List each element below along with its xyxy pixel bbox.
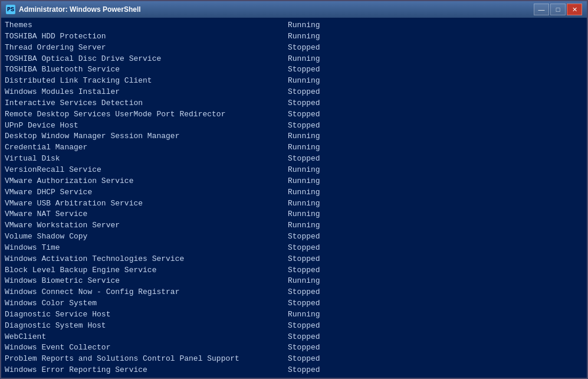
- window-title: Administrator: Windows PowerShell: [19, 5, 141, 14]
- service-status: Stopped: [288, 98, 320, 109]
- service-name: Diagnostic Service Host: [5, 309, 288, 321]
- service-row: Virtual DiskStopped: [5, 153, 583, 165]
- powershell-window: PS Administrator: Windows PowerShell — □…: [0, 0, 588, 379]
- service-name: VMware Workstation Server: [5, 220, 288, 231]
- service-status: Running: [288, 20, 320, 31]
- service-name: Remote Desktop Services UserMode Port Re…: [5, 109, 288, 120]
- service-name: Interactive Services Detection: [5, 98, 288, 109]
- service-row: VersionRecall ServiceRunning: [5, 165, 583, 176]
- service-row: UPnP Device HostStopped: [5, 120, 583, 132]
- service-status: Running: [288, 220, 320, 231]
- service-row: Thread Ordering ServerStopped: [5, 43, 583, 54]
- service-status: Running: [288, 276, 320, 287]
- service-status: Running: [288, 54, 320, 65]
- title-bar-left: PS Administrator: Windows PowerShell: [6, 5, 141, 14]
- service-status: Stopped: [288, 287, 320, 298]
- service-status: Stopped: [288, 321, 320, 332]
- service-name: Volume Shadow Copy: [5, 231, 288, 243]
- service-name: Windows Modules Installer: [5, 87, 288, 98]
- minimize-button[interactable]: —: [534, 4, 549, 15]
- service-row: Windows Biometric ServiceRunning: [5, 276, 583, 287]
- service-name: UPnP Device Host: [5, 120, 288, 132]
- maximize-button[interactable]: □: [550, 4, 566, 15]
- service-row: Diagnostic System HostStopped: [5, 321, 583, 332]
- service-row: VMware NAT ServiceRunning: [5, 209, 583, 220]
- service-row: ThemesRunning: [5, 20, 583, 31]
- service-status: Running: [288, 165, 320, 176]
- service-status: Stopped: [288, 120, 320, 132]
- service-row: WebClientStopped: [5, 332, 583, 343]
- service-status: Stopped: [288, 365, 320, 376]
- app-icon: PS: [6, 5, 15, 14]
- service-row: Windows Activation Technologies ServiceS…: [5, 254, 583, 265]
- service-name: VMware DHCP Service: [5, 187, 288, 198]
- service-row: Windows TimeStopped: [5, 243, 583, 254]
- service-name: Windows Event Collector: [5, 342, 288, 354]
- service-status: Stopped: [288, 64, 320, 76]
- service-name: VMware USB Arbitration Service: [5, 198, 288, 210]
- service-status: Running: [288, 309, 320, 321]
- service-status: Running: [288, 376, 320, 378]
- service-name: Thread Ordering Server: [5, 43, 288, 54]
- service-status: Running: [288, 31, 320, 43]
- service-name: Credential Manager: [5, 142, 288, 153]
- service-row: Diagnostic Service HostRunning: [5, 309, 583, 321]
- service-name: Windows Defender: [5, 376, 288, 378]
- service-status: Running: [288, 187, 320, 198]
- service-status: Running: [288, 209, 320, 220]
- service-row: Remote Desktop Services UserMode Port Re…: [5, 109, 583, 120]
- service-name: VMware Authorization Service: [5, 176, 288, 187]
- service-row: Windows Error Reporting ServiceStopped: [5, 365, 583, 376]
- service-name: Virtual Disk: [5, 153, 288, 165]
- service-name: Problem Reports and Solutions Control Pa…: [5, 354, 288, 365]
- service-status: Stopped: [288, 109, 320, 120]
- service-row: Windows Color SystemStopped: [5, 298, 583, 309]
- service-name: Diagnostic System Host: [5, 321, 288, 332]
- service-name: Windows Biometric Service: [5, 276, 288, 287]
- service-row: TOSHIBA HDD ProtectionRunning: [5, 31, 583, 43]
- service-name: Desktop Window Manager Session Manager: [5, 131, 288, 142]
- service-name: TOSHIBA Optical Disc Drive Service: [5, 54, 288, 65]
- service-row: Distributed Link Tracking ClientRunning: [5, 76, 583, 87]
- title-bar: PS Administrator: Windows PowerShell — □…: [1, 1, 587, 18]
- service-status: Stopped: [288, 342, 320, 354]
- service-name: Windows Error Reporting Service: [5, 365, 288, 376]
- service-row: Volume Shadow CopyStopped: [5, 231, 583, 243]
- service-status: Stopped: [288, 43, 320, 54]
- close-button[interactable]: ✕: [567, 4, 582, 15]
- service-row: Desktop Window Manager Session ManagerRu…: [5, 131, 583, 142]
- service-status: Running: [288, 142, 320, 153]
- service-row: Credential ManagerRunning: [5, 142, 583, 153]
- service-status: Running: [288, 198, 320, 210]
- service-row: Windows DefenderRunning: [5, 376, 583, 378]
- service-status: Stopped: [288, 298, 320, 309]
- service-row: VMware Workstation ServerRunning: [5, 220, 583, 231]
- service-row: VMware DHCP ServiceRunning: [5, 187, 583, 198]
- service-status: Running: [288, 76, 320, 87]
- service-name: Windows Activation Technologies Service: [5, 254, 288, 265]
- service-name: Windows Connect Now - Config Registrar: [5, 287, 288, 298]
- service-name: VMware NAT Service: [5, 209, 288, 220]
- service-row: Windows Modules InstallerStopped: [5, 87, 583, 98]
- service-status: Stopped: [288, 254, 320, 265]
- service-status: Stopped: [288, 231, 320, 243]
- service-status: Running: [288, 131, 320, 142]
- service-name: TOSHIBA Bluetooth Service: [5, 64, 288, 76]
- service-name: VersionRecall Service: [5, 165, 288, 176]
- service-status: Running: [288, 176, 320, 187]
- service-status: Stopped: [288, 332, 320, 343]
- service-row: TOSHIBA Bluetooth ServiceStopped: [5, 64, 583, 76]
- service-status: Stopped: [288, 87, 320, 98]
- service-status: Stopped: [288, 243, 320, 254]
- service-row: Windows Connect Now - Config RegistrarSt…: [5, 287, 583, 298]
- service-name: Distributed Link Tracking Client: [5, 76, 288, 87]
- service-status: Stopped: [288, 153, 320, 165]
- service-name: Windows Time: [5, 243, 288, 254]
- service-row: Windows Event CollectorStopped: [5, 342, 583, 354]
- service-name: Windows Color System: [5, 298, 288, 309]
- console-output[interactable]: ThemesRunningTOSHIBA HDD ProtectionRunni…: [1, 18, 587, 378]
- service-name: WebClient: [5, 332, 288, 343]
- service-name: Block Level Backup Engine Service: [5, 265, 288, 276]
- title-buttons: — □ ✕: [534, 4, 582, 15]
- service-row: VMware USB Arbitration ServiceRunning: [5, 198, 583, 210]
